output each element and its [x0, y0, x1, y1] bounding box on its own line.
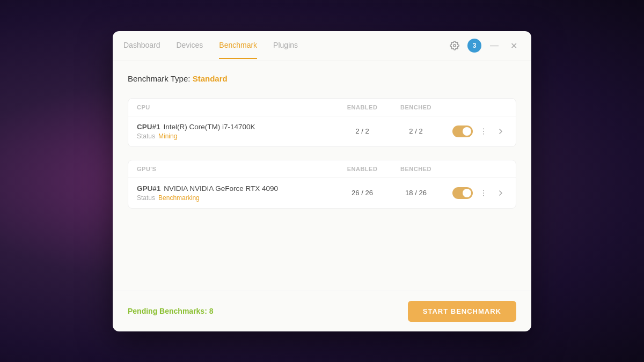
cpu-more-button[interactable]: [477, 126, 490, 137]
cpu-section-benched-col: BENCHED: [389, 104, 443, 110]
chevron-right-icon: [496, 189, 505, 197]
benchmark-type-row: Benchmark Type: Standard: [128, 74, 516, 83]
tab-benchmark[interactable]: Benchmark: [219, 32, 257, 59]
tab-devices[interactable]: Devices: [177, 32, 203, 59]
benchmark-type-label: Benchmark Type:: [128, 74, 190, 83]
cpu-section-header: CPU ENABLED BENCHED: [128, 99, 516, 116]
cpu-enabled-value: 2 / 2: [335, 127, 389, 135]
footer: Pending Benchmarks: 8 START BENCHMARK: [113, 291, 531, 331]
svg-point-6: [483, 195, 484, 196]
main-window: Dashboard Devices Benchmark Plugins 3 — …: [113, 31, 531, 331]
cpu-device-row: CPU#1 Intel(R) Core(TM) i7-14700K Status…: [128, 116, 516, 146]
cpu-status-label: Status: [137, 132, 155, 140]
svg-point-0: [453, 45, 456, 47]
cpu-device-id: CPU#1: [137, 123, 160, 131]
close-button[interactable]: ✕: [507, 39, 521, 53]
tab-dashboard[interactable]: Dashboard: [123, 32, 160, 59]
cpu-benched-value: 2 / 2: [389, 127, 443, 135]
pending-benchmarks-label: Pending Benchmarks: 8: [128, 307, 214, 315]
gpu-section-benched-col: BENCHED: [389, 166, 443, 172]
notification-count: 3: [473, 42, 477, 49]
tab-plugins[interactable]: Plugins: [273, 32, 298, 59]
cpu-section-enabled-col: ENABLED: [335, 104, 389, 110]
svg-point-2: [483, 131, 484, 132]
cpu-detail-button[interactable]: [494, 126, 507, 137]
cpu-device-model: Intel(R) Core(TM) i7-14700K: [164, 123, 255, 131]
svg-point-4: [483, 190, 484, 191]
notification-badge[interactable]: 3: [467, 39, 481, 53]
cpu-status-value: Mining: [158, 132, 177, 140]
gpu-enabled-value: 26 / 26: [335, 189, 389, 197]
gpu-status-label: Status: [137, 194, 155, 202]
titlebar: Dashboard Devices Benchmark Plugins 3 — …: [113, 31, 531, 61]
start-benchmark-button[interactable]: START BENCHMARK: [408, 301, 516, 322]
cpu-toggle-slider: [452, 125, 473, 137]
cpu-section-actions-col: [443, 104, 507, 110]
gpu-more-button[interactable]: [477, 188, 490, 198]
cpu-section-device-col: CPU: [137, 104, 335, 110]
cpu-section: CPU ENABLED BENCHED CPU#1 Intel(R) Core(…: [128, 98, 516, 147]
gpu-detail-button[interactable]: [494, 188, 507, 198]
gpu-toggle[interactable]: [452, 187, 473, 199]
nav-tabs: Dashboard Devices Benchmark Plugins: [123, 32, 447, 59]
gpu-device-row: GPU#1 NVIDIA NVIDIA GeForce RTX 4090 Sta…: [128, 178, 516, 208]
gpu-device-model: NVIDIA NVIDIA GeForce RTX 4090: [164, 184, 278, 193]
more-vertical-icon: [479, 127, 488, 136]
chevron-right-icon: [496, 127, 505, 136]
gpu-benched-value: 18 / 26: [389, 189, 443, 197]
gpu-section-enabled-col: ENABLED: [335, 166, 389, 172]
settings-button[interactable]: [447, 38, 462, 53]
gpu-status-value: Benchmarking: [158, 194, 200, 202]
gpu-section-header: GPU'S ENABLED BENCHED: [128, 160, 516, 178]
gpu-section-device-col: GPU'S: [137, 166, 335, 172]
svg-point-3: [483, 133, 484, 134]
titlebar-actions: 3 — ✕: [447, 38, 521, 53]
gpu-device-actions: [443, 187, 507, 199]
svg-point-1: [483, 128, 484, 129]
content-area: Benchmark Type: Standard CPU ENABLED BEN…: [113, 61, 531, 291]
more-vertical-icon: [479, 189, 488, 197]
cpu-device-info: CPU#1 Intel(R) Core(TM) i7-14700K Status…: [137, 123, 335, 140]
cpu-toggle[interactable]: [452, 125, 473, 137]
gpu-toggle-slider: [452, 187, 473, 199]
gpu-device-info: GPU#1 NVIDIA NVIDIA GeForce RTX 4090 Sta…: [137, 184, 335, 202]
svg-point-5: [483, 193, 484, 194]
benchmark-type-value: Standard: [193, 74, 228, 83]
cpu-device-actions: [443, 125, 507, 137]
gear-icon: [450, 41, 459, 50]
gpu-section-actions-col: [443, 166, 507, 172]
minimize-button[interactable]: —: [487, 39, 502, 53]
gpu-section: GPU'S ENABLED BENCHED GPU#1 NVIDIA NVIDI…: [128, 160, 516, 209]
gpu-device-id: GPU#1: [137, 184, 160, 193]
